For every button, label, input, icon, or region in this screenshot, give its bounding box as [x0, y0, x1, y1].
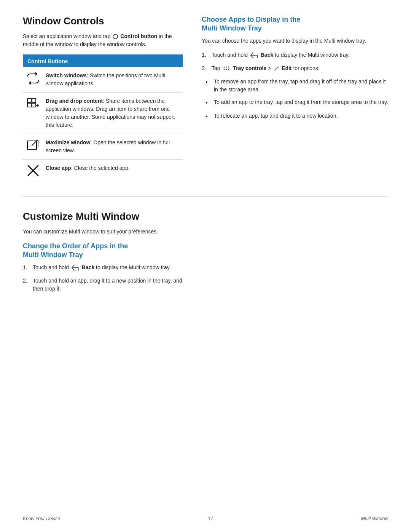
footer-page-number: 17 [208, 516, 213, 521]
customize-right-column [202, 211, 388, 298]
svg-rect-4 [32, 103, 36, 107]
page-container: Window Controls Select an application wi… [0, 0, 411, 532]
back-bold-2: Back [82, 264, 94, 270]
bullet-3: To relocate an app, tap and drag it to a… [206, 112, 388, 121]
svg-point-9 [226, 67, 227, 68]
svg-point-13 [228, 69, 229, 70]
choose-apps-title-line2: Multi Window Tray [202, 24, 262, 32]
change-order-line2: Multi Window Tray [23, 251, 83, 259]
drag-drop-bold: Drag and drop content [46, 98, 103, 104]
customize-left-column: Customize Multi Window You can customize… [23, 211, 183, 298]
svg-point-8 [224, 67, 225, 68]
bullet-1: To remove an app from the tray, tap and … [206, 78, 388, 94]
change-step-2-num: 2. [23, 277, 30, 293]
choose-apps-step-2: 2. Tap Tray controls > [202, 64, 388, 72]
change-order-step-1: 1. Touch and hold Back to display the Mu… [23, 264, 183, 272]
switch-windows-bold: Switch windows [46, 72, 87, 78]
close-app-icon [26, 164, 40, 176]
customize-title: Customize Multi Window [23, 211, 183, 222]
bullet-2-text: To add an app to the tray, tap and drag … [214, 98, 388, 107]
change-order-line1: Change the Order of Apps in the [23, 242, 128, 250]
maximize-bold: Maximize window [46, 139, 90, 145]
step-2-text: Tap Tray controls > [212, 64, 320, 72]
svg-point-11 [224, 69, 225, 70]
maximize-desc: Maximize window: Open the selected windo… [46, 139, 180, 155]
svg-point-12 [226, 69, 227, 70]
page-footer: Know Your Device 17 Multi Window [23, 512, 388, 521]
control-buttons-header: Control Buttons [23, 56, 183, 67]
drag-drop-icon [26, 97, 40, 111]
svg-rect-2 [32, 99, 36, 102]
control-row-drag: Drag and drop content: Share items betwe… [23, 93, 183, 134]
step-1-num: 1. [202, 51, 209, 59]
choose-apps-bullets: To remove an app from the tray, tap and … [202, 78, 388, 121]
choose-apps-title: Choose Apps to Display in the Multi Wind… [202, 15, 388, 33]
svg-rect-1 [27, 99, 31, 102]
switch-arrows-svg [26, 72, 40, 85]
bullet-2: To add an app to the tray, tap and drag … [206, 98, 388, 107]
footer-right-text: Multi Window [361, 516, 388, 521]
control-buttons-table: Control Buttons Switch windows: Switch t… [23, 54, 183, 181]
choose-apps-steps: 1. Touch and hold Back to display the Mu… [202, 51, 388, 72]
back-bold-1: Back [261, 52, 273, 58]
change-step-1-num: 1. [23, 264, 30, 272]
customize-intro: You can customize Multi window to suit y… [23, 228, 183, 236]
svg-point-10 [228, 67, 229, 68]
tray-controls-bold: Tray controls [233, 65, 266, 71]
switch-windows-icon [26, 72, 40, 85]
switch-windows-desc: Switch windows: Switch the positions of … [46, 72, 180, 88]
choose-apps-title-line1: Choose Apps to Display in the [202, 16, 300, 23]
maximize-window-icon [26, 139, 40, 151]
control-row-switch: Switch windows: Switch the positions of … [23, 67, 183, 93]
maximize-svg [27, 139, 40, 151]
choose-apps-step-1: 1. Touch and hold Back to display the Mu… [202, 51, 388, 59]
tray-controls-icon [223, 66, 230, 72]
edit-pencil-icon [273, 66, 279, 72]
edit-bold: Edit [282, 65, 292, 71]
svg-point-0 [113, 34, 118, 39]
control-circle-icon [113, 34, 118, 39]
change-order-steps: 1. Touch and hold Back to display the Mu… [23, 264, 183, 293]
choose-apps-intro: You can choose the apps you want to disp… [202, 37, 388, 45]
close-x-svg [27, 165, 39, 176]
window-controls-title: Window Controls [23, 15, 183, 27]
back-arrow-icon [250, 52, 258, 59]
bullet-3-text: To relocate an app, tap and drag it to a… [214, 112, 338, 121]
left-column: Window Controls Select an application wi… [23, 15, 183, 181]
control-bold-text: Control button [120, 33, 157, 39]
step-2-num: 2. [202, 64, 209, 72]
change-order-step-2: 2. Touch and hold an app, drag it to a n… [23, 277, 183, 293]
footer-left-text: Know Your Device [23, 516, 60, 521]
customize-section: Customize Multi Window You can customize… [23, 211, 388, 298]
svg-rect-3 [27, 103, 31, 107]
customize-two-column: Customize Multi Window You can customize… [23, 211, 388, 298]
control-row-maximize: Maximize window: Open the selected windo… [23, 134, 183, 160]
control-row-close: Close app: Close the selected app. [23, 160, 183, 181]
section-divider [23, 197, 388, 197]
right-column: Choose Apps to Display in the Multi Wind… [202, 15, 388, 181]
drag-drop-desc: Drag and drop content: Share items betwe… [46, 97, 180, 129]
change-order-title: Change the Order of Apps in the Multi Wi… [23, 242, 183, 260]
back-arrow-icon-2 [71, 264, 80, 271]
step-1-text: Touch and hold Back to display the Multi… [212, 51, 350, 59]
change-step-1-text: Touch and hold Back to display the Multi… [33, 264, 171, 272]
window-controls-intro: Select an application window and tap Con… [23, 32, 183, 48]
top-two-column: Window Controls Select an application wi… [23, 15, 388, 181]
change-step-2-text: Touch and hold an app, drag it to a new … [33, 277, 183, 293]
close-app-bold: Close app [46, 165, 71, 171]
drag-drop-svg [27, 98, 40, 111]
bullet-1-text: To remove an app from the tray, tap and … [214, 78, 388, 94]
close-app-desc: Close app: Close the selected app. [46, 164, 180, 172]
